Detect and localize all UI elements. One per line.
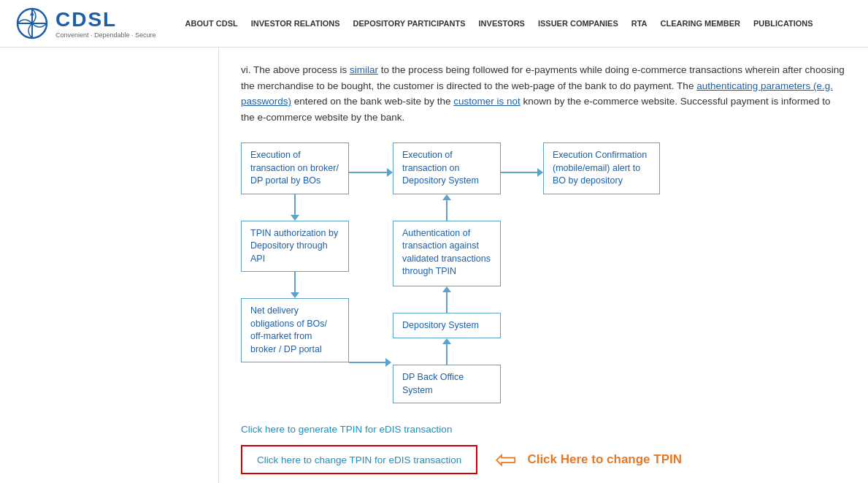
connector-row-top	[349, 159, 393, 186]
h-line-2	[349, 362, 385, 363]
nav-depository-participants[interactable]: DEPOSITORY PARTICIPANTS	[353, 19, 466, 28]
callout-text: Click Here to change TPIN	[527, 452, 682, 467]
highlight-auth: authenticating parameters (e.g. password…	[241, 80, 833, 107]
nav-investor-relations[interactable]: INVESTOR RELATIONS	[251, 19, 340, 28]
flow-box-7: DP Back Office System	[393, 365, 501, 403]
change-tpin-box: Click here to change TPIN for eDIS trans…	[241, 445, 477, 474]
arrow-down-1	[291, 194, 299, 221]
flow-left-col: Execution of transaction on broker/ DP p…	[241, 142, 349, 362]
main-nav: ABOUT CDSL INVESTOR RELATIONS DEPOSITORY…	[185, 19, 813, 28]
cdsl-logo-icon	[15, 6, 50, 41]
flow-box-8: Execution Confirmation (mobile/email) al…	[543, 142, 660, 194]
nav-issuer-companies[interactable]: ISSUER COMPANIES	[538, 19, 618, 28]
left-sidebar	[0, 47, 219, 483]
nav-rta[interactable]: RTA	[631, 19, 648, 28]
change-tpin-link[interactable]: Click here to change TPIN for eDIS trans…	[257, 455, 461, 465]
h-line-1	[350, 172, 387, 173]
logo-area: CDSL Convenient · Dependable · Secure	[15, 6, 156, 41]
page-layout: vi. The above process is similar to the …	[0, 47, 868, 483]
header: CDSL Convenient · Dependable · Secure AB…	[0, 0, 868, 47]
flow-box-3: Net delivery obligations of BOs/ off-mar…	[241, 298, 349, 362]
logo-text: CDSL Convenient · Dependable · Secure	[55, 8, 156, 39]
nav-clearing-member[interactable]: CLEARING MEMBER	[661, 19, 740, 28]
arrow-up-1	[442, 194, 451, 221]
intro-paragraph: vi. The above process is similar to the …	[241, 62, 846, 125]
h-arrowhead-1	[387, 168, 393, 177]
flow-box-2: TPIN authorization by Depository through…	[241, 221, 349, 273]
content-area: vi. The above process is similar to the …	[219, 47, 868, 483]
arrow-up-3	[442, 338, 451, 365]
h-arrowhead-2	[385, 358, 391, 367]
connector-col-1	[349, 142, 393, 376]
generate-tpin-link[interactable]: Click here to generate TPIN for eDIS tra…	[241, 424, 846, 435]
h-line-3	[501, 172, 537, 173]
arrow-down-2	[291, 272, 299, 298]
flow-box-6: Depository System	[393, 313, 501, 339]
flow-box-1: Execution of transaction on broker/ DP p…	[241, 142, 349, 194]
highlight-similar: similar	[350, 64, 378, 75]
nav-about-cdsl[interactable]: ABOUT CDSL	[185, 19, 238, 28]
h-arrowhead-3	[537, 168, 543, 177]
arrow-up-2	[442, 286, 451, 313]
orange-left-arrow-icon: ⇦	[495, 446, 517, 473]
nav-investors[interactable]: INVESTORS	[479, 19, 525, 28]
logo-cdsl-text: CDSL	[55, 8, 156, 31]
flowchart-diagram: Execution of transaction on broker/ DP p…	[241, 142, 846, 403]
highlight-customer: customer is not	[453, 96, 521, 107]
change-tpin-wrapper: Click here to change TPIN for eDIS trans…	[241, 445, 846, 474]
arrow-callout: ⇦ Click Here to change TPIN	[495, 446, 682, 473]
flow-box-5: Authentication of transaction against va…	[393, 221, 501, 286]
logo-tagline-text: Convenient · Dependable · Secure	[55, 31, 156, 39]
flow-right-col: Execution Confirmation (mobile/email) al…	[543, 142, 660, 194]
spacer-1	[349, 186, 393, 349]
flow-mid-col: Execution of transaction on Depository S…	[393, 142, 501, 403]
connector-col-2	[501, 142, 543, 186]
connector-row-bot	[349, 349, 393, 376]
connector-row-right	[501, 159, 543, 186]
nav-publications[interactable]: PUBLICATIONS	[753, 19, 813, 28]
flow-box-4: Execution of transaction on Depository S…	[393, 142, 501, 194]
